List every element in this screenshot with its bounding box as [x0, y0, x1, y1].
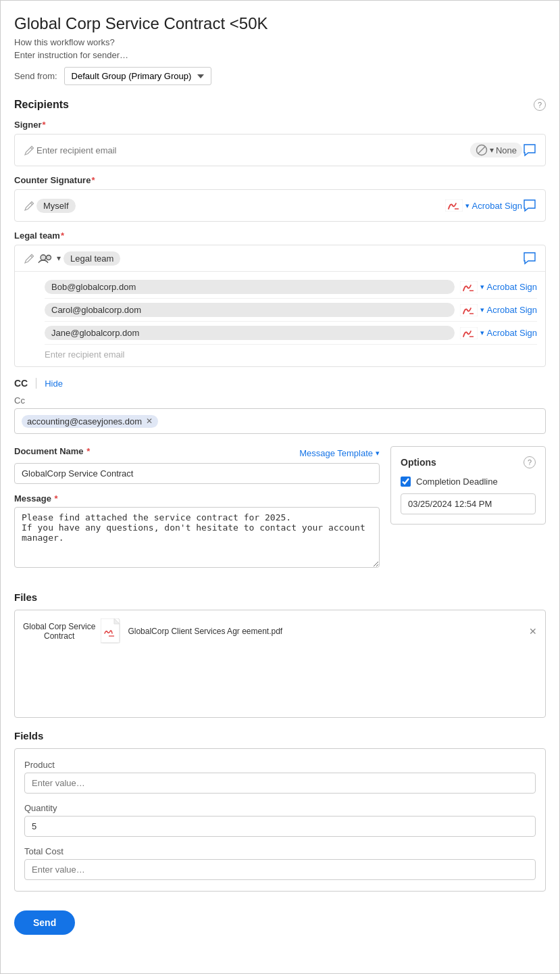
counter-sig-row: Myself ▾ Acrobat Sign	[15, 190, 545, 221]
pen-icon-legalteam	[23, 251, 36, 265]
jane-method-label: Acrobat Sign	[487, 328, 537, 338]
legal-member-row: Carol@globalcorp.dom ▾ Acrobat Sign	[45, 299, 537, 322]
fields-section-title: Fields	[14, 730, 546, 741]
legal-team-container: ▾ Legal team Bob@globalcorp.dom ▾ Acroba	[14, 245, 546, 367]
options-help-icon[interactable]: ?	[524, 456, 536, 468]
message-template-link[interactable]: Message Template ▾	[299, 448, 380, 458]
none-label: None	[496, 145, 517, 155]
legal-member-row: Bob@globalcorp.dom ▾ Acrobat Sign	[45, 276, 537, 299]
field-input-quantity[interactable]	[24, 816, 536, 837]
send-from-label: Send from:	[14, 71, 57, 81]
options-box: Options ? Completion Deadline	[390, 446, 546, 525]
doc-options-layout: Document Name * Message Template ▾ Messa…	[14, 446, 546, 579]
chat-icon-legalteam[interactable]	[522, 251, 537, 266]
legal-team-group-row[interactable]: ▾ Legal team	[36, 251, 522, 266]
options-header: Options ?	[401, 456, 536, 468]
legal-members-list: Bob@globalcorp.dom ▾ Acrobat Sign Carol@…	[15, 272, 545, 366]
recipients-title: Recipients	[14, 99, 69, 111]
workflow-hint2: Enter instruction for sender…	[14, 50, 546, 60]
cc-input-area[interactable]: accounting@caseyjones.dom ✕	[14, 408, 546, 434]
message-label: Message *	[14, 493, 380, 504]
completion-deadline-row: Completion Deadline	[401, 477, 536, 487]
svg-line-1	[478, 147, 485, 153]
counter-sig-sign-method[interactable]: ▾ Acrobat Sign	[445, 199, 522, 212]
field-group-totalcost: Total Cost	[24, 846, 536, 880]
svg-rect-6	[460, 281, 478, 293]
bob-sign-method[interactable]: ▾ Acrobat Sign	[460, 281, 537, 293]
cc-field-label: Cc	[14, 395, 546, 406]
acrobat-sign-icon-jane	[460, 327, 478, 339]
completion-deadline-checkbox[interactable]	[401, 477, 411, 487]
pen-icon	[23, 143, 36, 157]
field-input-totalcost[interactable]	[24, 859, 536, 880]
file-filename: GlobalCorp Client Services Agr eement.pd…	[128, 627, 524, 636]
member-email-jane: Jane@globalcorp.dom	[45, 326, 455, 340]
signer-row: ▾ None	[15, 135, 545, 166]
field-label-quantity: Quantity	[24, 803, 536, 813]
files-section-title: Files	[14, 591, 546, 603]
field-input-product[interactable]	[24, 773, 536, 794]
carol-sign-method[interactable]: ▾ Acrobat Sign	[460, 304, 537, 316]
doc-name-input[interactable]	[14, 463, 380, 484]
svg-point-4	[41, 255, 46, 260]
none-chevron: ▾	[490, 145, 494, 155]
recipients-help-icon[interactable]: ?	[534, 99, 546, 111]
acrobat-sign-icon-carol	[460, 304, 478, 316]
legal-team-pill: Legal team	[63, 251, 120, 266]
message-textarea[interactable]: Please find attached the service contrac…	[14, 507, 380, 568]
legal-team-header: ▾ Legal team	[15, 245, 545, 272]
no-sign-icon	[476, 144, 488, 156]
legal-team-enter-email[interactable]: Enter recipient email	[45, 345, 537, 364]
acrobat-sign-icon-countersig	[445, 199, 463, 212]
workflow-hint1[interactable]: How this workflow works?	[14, 37, 546, 47]
carol-method-label: Acrobat Sign	[487, 305, 537, 315]
files-box: Global Corp Service Contract GlobalCorp …	[14, 610, 546, 718]
file-label1: Global Corp Service	[23, 622, 95, 631]
cc-chip-remove[interactable]: ✕	[146, 416, 153, 426]
counter-sig-label: Counter Signature*	[14, 175, 95, 185]
deadline-input[interactable]	[401, 493, 536, 514]
group-icon	[36, 252, 54, 264]
main-col: Document Name * Message Template ▾ Messa…	[14, 446, 380, 579]
file-row: Global Corp Service Contract GlobalCorp …	[23, 618, 537, 644]
options-col: Options ? Completion Deadline	[390, 446, 546, 525]
options-title: Options	[401, 457, 436, 468]
doc-name-header-row: Document Name * Message Template ▾	[14, 446, 380, 460]
pdf-icon	[101, 618, 122, 644]
page-title: Global Corp Service Contract <50K	[14, 14, 546, 33]
cc-divider	[36, 378, 36, 389]
chat-icon-countersig[interactable]	[522, 198, 537, 213]
acrobat-sign-icon-bob	[460, 281, 478, 293]
completion-deadline-label: Completion Deadline	[416, 477, 498, 487]
legal-member-row: Jane@globalcorp.dom ▾ Acrobat Sign	[45, 322, 537, 345]
cc-chip-email: accounting@caseyjones.dom	[27, 416, 142, 427]
signer-email-input[interactable]	[36, 145, 470, 155]
signer-label: Signer*	[14, 120, 46, 130]
cc-row: CC Hide	[14, 378, 546, 389]
field-label-product: Product	[24, 760, 536, 770]
none-badge[interactable]: ▾ None	[470, 143, 522, 157]
cc-hide-link[interactable]: Hide	[45, 379, 63, 389]
myself-pill: Myself	[36, 199, 76, 213]
send-from-select[interactable]: Default Group (Primary Group)	[64, 67, 211, 85]
field-group-product: Product	[24, 760, 536, 794]
field-label-totalcost: Total Cost	[24, 846, 536, 856]
fields-box: Product Quantity Total Cost	[14, 748, 546, 892]
counter-sig-container: Myself ▾ Acrobat Sign	[14, 189, 546, 222]
legal-team-label: Legal team*	[14, 230, 64, 241]
svg-point-5	[47, 255, 51, 260]
send-button[interactable]: Send	[14, 910, 75, 935]
file-remove-button[interactable]: ✕	[529, 626, 537, 637]
doc-name-label: Document Name *	[14, 446, 90, 456]
member-email-carol: Carol@globalcorp.dom	[45, 303, 455, 317]
svg-rect-8	[460, 304, 478, 316]
svg-rect-2	[445, 199, 463, 212]
file-label2: Contract	[44, 631, 74, 641]
pen-icon-countersig	[23, 199, 36, 212]
member-email-bob: Bob@globalcorp.dom	[45, 280, 455, 294]
field-group-quantity: Quantity	[24, 803, 536, 837]
svg-rect-10	[460, 327, 478, 339]
jane-sign-method[interactable]: ▾ Acrobat Sign	[460, 327, 537, 339]
file-label-group: Global Corp Service Contract	[23, 622, 95, 641]
chat-icon-signer[interactable]	[522, 143, 537, 157]
